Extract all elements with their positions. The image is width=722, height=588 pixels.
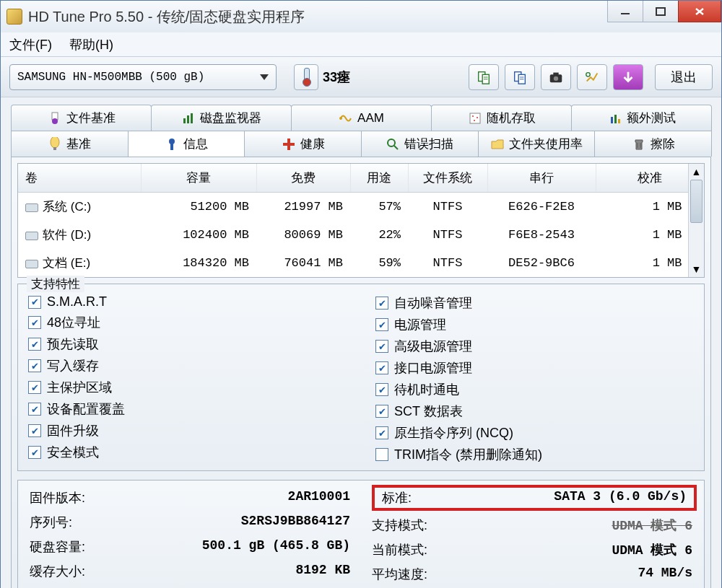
tab-icon: [339, 111, 353, 126]
tab-额外测试[interactable]: 额外测试: [571, 105, 712, 131]
svg-rect-14: [553, 72, 558, 75]
col-serial[interactable]: 串行: [487, 164, 596, 193]
feature-item: ✔自动噪音管理: [375, 294, 694, 312]
close-button[interactable]: [678, 1, 721, 22]
tabs-row-bottom: 基准信息健康错误扫描文件夹使用率擦除: [11, 131, 711, 157]
col-capacity[interactable]: 容量: [141, 164, 256, 193]
svg-rect-30: [53, 147, 56, 150]
tab-随机存取[interactable]: 随机存取: [431, 105, 572, 131]
info-panel: 卷 容量 免费 用途 文件系统 串行 校准 系统 (C:)51200 MB219…: [11, 157, 711, 588]
feature-item: ✔预先读取: [28, 335, 347, 353]
checkbox-icon[interactable]: ✔: [375, 297, 388, 310]
checkbox-icon[interactable]: ✔: [28, 338, 41, 351]
tab-icon: [632, 137, 646, 152]
table-row[interactable]: 系统 (C:)51200 MB21997 MB57%NTFSE626-F2E81…: [18, 193, 704, 221]
feature-item: ✔接口电源管理: [375, 359, 694, 377]
drive-name: SAMSUNG HN-M500MBB (500 gB): [17, 71, 204, 84]
feature-item: ✔高级电源管理: [375, 338, 694, 355]
tabs-row-top: 文件基准磁盘监视器AAM随机存取额外测试: [11, 105, 711, 131]
info-left-column: 固件版本:2AR10001序列号:S2RSJ9BB864127硬盘容量:500.…: [30, 489, 350, 588]
drive-selector[interactable]: SAMSUNG HN-M500MBB (500 gB): [9, 64, 277, 90]
tab-AAM[interactable]: AAM: [291, 105, 432, 131]
tab-错误扫描[interactable]: 错误扫描: [361, 131, 479, 157]
minimize-button[interactable]: [607, 1, 643, 22]
info-row: 当前模式:UDMA 模式 6: [372, 541, 692, 558]
svg-rect-27: [614, 115, 617, 123]
tab-icon: [608, 111, 622, 126]
scroll-thumb[interactable]: [690, 180, 703, 223]
checkbox-icon[interactable]: ✔: [28, 403, 41, 416]
svg-rect-22: [470, 113, 480, 123]
table-row[interactable]: 文档 (E:)184320 MB76041 MB59%NTFSDE52-9BC6…: [18, 249, 704, 277]
features-left-column: ✔S.M.A.R.T✔48位寻址✔预先读取✔写入缓存✔主保护区域✔设备配置覆盖✔…: [28, 290, 347, 463]
svg-point-21: [339, 117, 342, 120]
thermometer-icon: [294, 64, 318, 90]
feature-item: ✔电源管理: [375, 316, 694, 333]
checkbox-icon[interactable]: ✔: [375, 340, 388, 353]
screenshot-button[interactable]: [541, 64, 571, 90]
info-row: 平均速度:74 MB/s: [372, 566, 692, 583]
checkbox-icon[interactable]: ✔: [375, 383, 388, 396]
scroll-up-button[interactable]: ▲: [689, 164, 704, 180]
feature-item: ✔SCT 数据表: [375, 403, 694, 420]
tab-基准[interactable]: 基准: [11, 131, 129, 157]
tab-文件基准[interactable]: 文件基准: [11, 105, 152, 131]
feature-item: TRIM指令 (禁用删除通知): [375, 446, 694, 463]
checkbox-icon[interactable]: ✔: [28, 424, 41, 437]
col-filesystem[interactable]: 文件系统: [408, 164, 487, 193]
feature-item: ✔设备配置覆盖: [28, 400, 347, 418]
svg-point-17: [52, 118, 58, 124]
tab-icon: [165, 137, 179, 152]
checkbox-icon[interactable]: ✔: [28, 296, 41, 309]
toolbar: SAMSUNG HN-M500MBB (500 gB) 33瘞 退出: [1, 57, 721, 97]
svg-rect-19: [187, 115, 189, 123]
table-row[interactable]: 软件 (D:)102400 MB80069 MB22%NTFSF6E8-2543…: [18, 221, 704, 249]
menu-file[interactable]: 文件(F): [9, 36, 52, 53]
svg-rect-20: [191, 113, 193, 123]
checkbox-icon[interactable]: ✔: [375, 405, 388, 418]
features-legend: 支持特性: [27, 276, 84, 292]
feature-item: ✔安全模式: [28, 444, 347, 461]
main-window: HD Tune Pro 5.50 - 传统/固态硬盘实用程序 文件(F) 帮助(…: [0, 0, 722, 588]
checkbox-icon[interactable]: ✔: [28, 316, 41, 329]
tab-磁盘监视器[interactable]: 磁盘监视器: [151, 105, 292, 131]
temperature-display: 33瘞: [294, 64, 350, 90]
copy-text-button[interactable]: [469, 64, 499, 90]
volumes-table: 卷 容量 免费 用途 文件系统 串行 校准 系统 (C:)51200 MB219…: [18, 164, 704, 277]
checkbox-icon[interactable]: ✔: [375, 426, 388, 439]
col-used[interactable]: 用途: [350, 164, 408, 193]
copy-info-button[interactable]: [505, 64, 535, 90]
checkbox-icon[interactable]: ✔: [28, 359, 41, 372]
tab-擦除[interactable]: 擦除: [594, 131, 712, 157]
svg-point-15: [586, 72, 591, 76]
col-free[interactable]: 免费: [256, 164, 350, 193]
exit-button[interactable]: 退出: [655, 64, 713, 90]
checkbox-icon[interactable]: [375, 448, 388, 461]
tab-icon: [490, 137, 505, 152]
save-button[interactable]: [613, 64, 643, 90]
svg-rect-34: [283, 143, 295, 146]
menu-help[interactable]: 帮助(H): [69, 36, 113, 53]
settings-button[interactable]: [577, 64, 607, 90]
app-icon: [6, 9, 22, 25]
checkbox-icon[interactable]: ✔: [28, 381, 41, 394]
maximize-button[interactable]: [643, 1, 679, 22]
table-scrollbar[interactable]: ▲ ▼: [688, 164, 704, 277]
checkbox-icon[interactable]: ✔: [28, 446, 41, 459]
tab-信息[interactable]: 信息: [128, 131, 245, 157]
checkbox-icon[interactable]: ✔: [375, 361, 388, 374]
tab-文件夹使用率[interactable]: 文件夹使用率: [478, 131, 596, 157]
scroll-down-button[interactable]: ▼: [689, 261, 704, 277]
tab-icon: [282, 137, 296, 152]
svg-point-13: [554, 76, 558, 80]
feature-item: ✔S.M.A.R.T: [28, 294, 347, 310]
feature-item: ✔主保护区域: [28, 379, 347, 396]
checkbox-icon[interactable]: ✔: [375, 318, 388, 331]
svg-point-23: [472, 115, 474, 117]
menubar: 文件(F) 帮助(H): [1, 32, 721, 57]
feature-item: ✔待机时通电: [375, 381, 694, 398]
svg-point-24: [477, 117, 478, 118]
col-volume[interactable]: 卷: [18, 164, 141, 193]
temperature-value: 33瘞: [323, 69, 350, 86]
tab-健康[interactable]: 健康: [244, 131, 362, 157]
